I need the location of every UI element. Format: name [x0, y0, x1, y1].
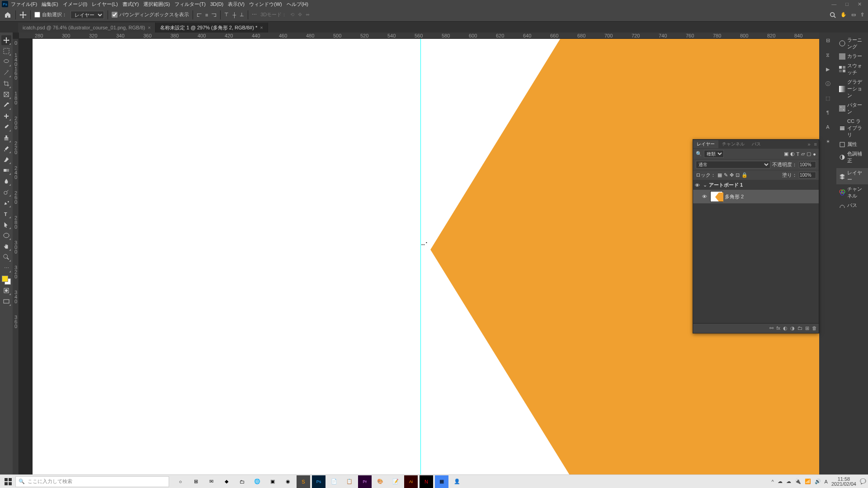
lock-trans-icon[interactable]: ▦: [717, 172, 722, 178]
layers-panel[interactable]: レイヤー チャンネル パス » ≡ 🔍 種類 ▣ ◐ T ▱ ▢ ● 通常 不透…: [693, 139, 819, 333]
panel-learn[interactable]: ラーニング: [836, 35, 868, 52]
dodge-tool[interactable]: [1, 187, 11, 197]
move-tool[interactable]: [1, 35, 11, 45]
filter-type-dropdown[interactable]: 種類: [704, 150, 724, 158]
unknown-app-1-icon[interactable]: ◆: [220, 475, 233, 488]
unknown-app-7-icon[interactable]: N: [420, 475, 433, 488]
marquee-tool[interactable]: [1, 46, 11, 56]
auto-select-check[interactable]: 自動選択：: [34, 11, 67, 18]
paragraph-panel-icon[interactable]: ¶: [823, 108, 833, 117]
lock-all-icon[interactable]: 🔒: [741, 172, 748, 178]
home-icon[interactable]: [4, 11, 12, 19]
lock-paint-icon[interactable]: ✎: [724, 172, 728, 178]
menu-image[interactable]: イメージ(I): [63, 1, 87, 8]
onedrive-icon[interactable]: ☁: [778, 479, 783, 484]
panel-libraries[interactable]: CC ライブラリ: [836, 117, 868, 140]
maximize-icon[interactable]: □: [845, 1, 849, 7]
trash-icon[interactable]: 🗑: [812, 325, 817, 331]
tab-channels[interactable]: チャンネル: [718, 140, 748, 148]
lasso-tool[interactable]: [1, 57, 11, 67]
align-top-icon[interactable]: ⊤: [224, 12, 229, 18]
workspace-icon[interactable]: ▭: [851, 12, 856, 18]
collapse-icon[interactable]: ⊟: [823, 35, 833, 45]
group-icon[interactable]: 🗀: [797, 325, 802, 331]
color-swatch[interactable]: [2, 276, 11, 285]
3d-slide-icon[interactable]: ⬌: [306, 12, 310, 18]
type-tool[interactable]: T: [1, 209, 11, 219]
align-bottom-icon[interactable]: ⊥: [240, 12, 244, 18]
filter-toggle-icon[interactable]: ●: [813, 151, 816, 157]
actions-panel-icon[interactable]: ▶: [823, 64, 833, 74]
align-center-icon[interactable]: ≡: [205, 12, 208, 18]
panel-menu-icon[interactable]: ≡: [812, 141, 819, 147]
ruler-horizontal[interactable]: 2803003203403603804004204404604805005205…: [19, 33, 819, 39]
heal-tool[interactable]: [1, 111, 11, 121]
filter-shape-icon[interactable]: ▱: [801, 151, 805, 157]
visibility-icon[interactable]: 👁: [695, 183, 701, 188]
wand-tool[interactable]: [1, 68, 11, 78]
network-icon[interactable]: 📶: [805, 479, 811, 484]
menu-window[interactable]: ウィンドウ(W): [249, 1, 282, 8]
layer-artboard[interactable]: 👁 ⌄ アートボード 1: [693, 180, 819, 190]
guide-line[interactable]: [420, 39, 421, 474]
minimize-icon[interactable]: —: [831, 1, 836, 7]
quickmask-tool[interactable]: [1, 286, 11, 296]
ime-icon[interactable]: A: [825, 479, 828, 484]
brush-tool[interactable]: [1, 122, 11, 132]
panel-adjustments[interactable]: 色調補正: [836, 149, 868, 165]
menu-type[interactable]: 書式(Y): [123, 1, 139, 8]
start-button[interactable]: [2, 475, 14, 488]
volume-icon[interactable]: 🔊: [815, 479, 821, 484]
properties-panel-icon[interactable]: ⬚: [823, 93, 833, 103]
illustrator-icon[interactable]: Ai: [404, 475, 418, 488]
collapse-panel-icon[interactable]: »: [806, 141, 812, 147]
edit-toolbar[interactable]: ⋯: [1, 263, 11, 273]
unknown-app-3-icon[interactable]: 📄: [327, 475, 341, 488]
3d-pan-icon[interactable]: ✥: [298, 12, 302, 18]
sublime-icon[interactable]: S: [297, 475, 310, 488]
explorer-icon[interactable]: 🗀: [235, 475, 249, 488]
expand-icon[interactable]: ⌄: [703, 182, 707, 188]
filter-type-icon[interactable]: T: [797, 151, 800, 157]
chrome-icon[interactable]: ◉: [281, 475, 295, 488]
unknown-app-6-icon[interactable]: 📝: [389, 475, 402, 488]
panel-gradients[interactable]: グラデーション: [836, 77, 868, 100]
menu-3d[interactable]: 3D(D): [210, 1, 223, 7]
hand-icon[interactable]: ✋: [840, 12, 847, 18]
stamp-tool[interactable]: [1, 133, 11, 143]
blend-mode-dropdown[interactable]: 通常: [696, 161, 770, 169]
mask-icon[interactable]: ◐: [783, 325, 788, 331]
menu-layer[interactable]: レイヤー(L): [92, 1, 118, 8]
cortana-icon[interactable]: ○: [174, 475, 187, 488]
clock-date[interactable]: 2021/02/04: [831, 482, 856, 487]
align-right-icon[interactable]: ⫎: [212, 12, 217, 18]
path-select-tool[interactable]: [1, 220, 11, 230]
panel-patterns[interactable]: パターン: [836, 100, 868, 117]
panel-channels[interactable]: チャンネル: [836, 184, 868, 201]
close-icon[interactable]: ✕: [858, 1, 862, 7]
doc-tab-1[interactable]: icatch.psd @ 76.4% (illustrator_course_0…: [18, 23, 156, 33]
more-icon[interactable]: ⋯: [252, 12, 257, 18]
menu-view[interactable]: 表示(V): [228, 1, 245, 8]
lock-pos-icon[interactable]: ✥: [730, 172, 734, 178]
ruler-vertical[interactable]: 0140160180200220240260280300320340360: [13, 39, 19, 474]
panel-layers[interactable]: レイヤー: [836, 168, 868, 184]
crop-tool[interactable]: [1, 79, 11, 89]
auto-select-dropdown[interactable]: レイヤー: [71, 11, 104, 19]
unknown-app-4-icon[interactable]: 📋: [343, 475, 356, 488]
glyphs-panel-icon[interactable]: ✶: [823, 136, 833, 146]
unknown-app-2-icon[interactable]: ▣: [266, 475, 279, 488]
panel-swatches[interactable]: スウォッチ: [836, 61, 868, 77]
opacity-input[interactable]: [799, 161, 816, 168]
close-tab-icon[interactable]: ×: [260, 25, 263, 30]
align-left-icon[interactable]: ⫍: [197, 12, 202, 18]
filter-pixel-icon[interactable]: ▣: [784, 151, 788, 157]
screenmode-tool[interactable]: [1, 296, 11, 306]
layer-shape[interactable]: 👁 多角形 2: [693, 190, 819, 203]
clock-time[interactable]: 11:58: [831, 477, 856, 482]
panel-properties[interactable]: 属性: [836, 140, 868, 149]
power-icon[interactable]: 🔌: [795, 479, 801, 484]
search-box[interactable]: 🔍ここに入力して検索: [15, 476, 169, 487]
shape-tool[interactable]: [1, 230, 11, 240]
menu-edit[interactable]: 編集(E): [42, 1, 58, 8]
